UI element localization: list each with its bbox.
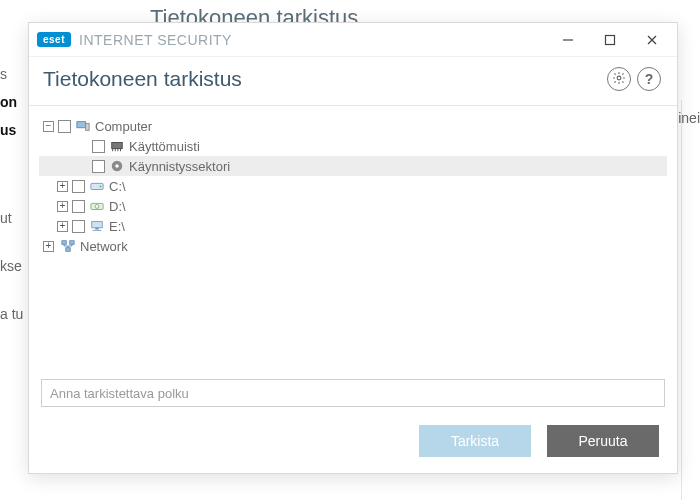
expand-icon[interactable]: + (57, 201, 68, 212)
svg-point-4 (617, 76, 621, 80)
gear-icon (612, 71, 626, 88)
tree-label: Käynnistyssektori (129, 159, 230, 174)
tree-node-network[interactable]: + Network (39, 236, 667, 256)
svg-rect-19 (95, 228, 99, 230)
tree-node-computer[interactable]: − Computer (39, 116, 667, 136)
checkbox[interactable] (72, 200, 85, 213)
svg-point-15 (100, 186, 102, 188)
bg-fragment: on (0, 88, 28, 116)
checkbox[interactable] (72, 180, 85, 193)
tree-label: Network (80, 239, 128, 254)
svg-rect-22 (70, 241, 74, 245)
checkbox[interactable] (92, 160, 105, 173)
expand-icon[interactable]: + (57, 181, 68, 192)
bg-fragment: s (0, 60, 28, 88)
scan-targets-tree: − Computer Käyttömuisti (29, 106, 677, 375)
bg-fragment: a tu (0, 300, 28, 328)
window-maximize-button[interactable] (595, 28, 625, 52)
bg-fragment: us (0, 116, 28, 144)
question-icon: ? (645, 71, 654, 87)
collapse-icon[interactable]: − (43, 121, 54, 132)
boot-sector-icon (109, 158, 125, 174)
scan-path-input[interactable] (41, 379, 665, 407)
tree-node-boot-sector[interactable]: Käynnistyssektori (39, 156, 667, 176)
svg-rect-5 (77, 122, 86, 128)
window-minimize-button[interactable] (553, 28, 583, 52)
svg-rect-18 (92, 222, 103, 228)
tree-node-drive-e[interactable]: + E:\ (39, 216, 667, 236)
svg-rect-7 (112, 143, 123, 149)
tree-node-memory[interactable]: Käyttömuisti (39, 136, 667, 156)
svg-rect-21 (62, 241, 66, 245)
svg-rect-23 (66, 248, 70, 252)
dialog-title: Tietokoneen tarkistus (43, 67, 242, 91)
tree-label: Computer (95, 119, 152, 134)
cancel-button[interactable]: Peruuta (547, 425, 659, 457)
settings-button[interactable] (607, 67, 631, 91)
memory-icon (109, 138, 125, 154)
expand-icon[interactable]: + (57, 221, 68, 232)
bg-fragment: inei (678, 110, 700, 126)
window-titlebar: eset INTERNET SECURITY (29, 23, 677, 57)
checkbox[interactable] (72, 220, 85, 233)
tree-label: C:\ (109, 179, 126, 194)
tree-node-drive-c[interactable]: + C:\ (39, 176, 667, 196)
checkbox[interactable] (58, 120, 71, 133)
checkbox[interactable] (92, 140, 105, 153)
svg-point-13 (115, 164, 119, 168)
expand-icon[interactable]: + (43, 241, 54, 252)
dialog-header: Tietokoneen tarkistus ? (29, 57, 677, 106)
window-close-button[interactable] (637, 28, 667, 52)
bg-fragment: ut (0, 204, 28, 232)
tree-node-drive-d[interactable]: + D:\ (39, 196, 667, 216)
scan-button[interactable]: Tarkista (419, 425, 531, 457)
optical-drive-icon (89, 198, 105, 214)
help-button[interactable]: ? (637, 67, 661, 91)
brand-badge: eset (37, 32, 71, 47)
tree-label: D:\ (109, 199, 126, 214)
bg-fragment: kse (0, 252, 28, 280)
tree-label: Käyttömuisti (129, 139, 200, 154)
svg-rect-6 (86, 123, 90, 130)
drive-icon (89, 178, 105, 194)
scan-targets-dialog: eset INTERNET SECURITY Tietokoneen tarki… (28, 22, 678, 474)
svg-rect-1 (606, 35, 615, 44)
tree-label: E:\ (109, 219, 125, 234)
svg-point-17 (95, 205, 99, 209)
computer-icon (75, 118, 91, 134)
network-drive-icon (89, 218, 105, 234)
brand-name: INTERNET SECURITY (79, 32, 232, 48)
network-icon (60, 238, 76, 254)
